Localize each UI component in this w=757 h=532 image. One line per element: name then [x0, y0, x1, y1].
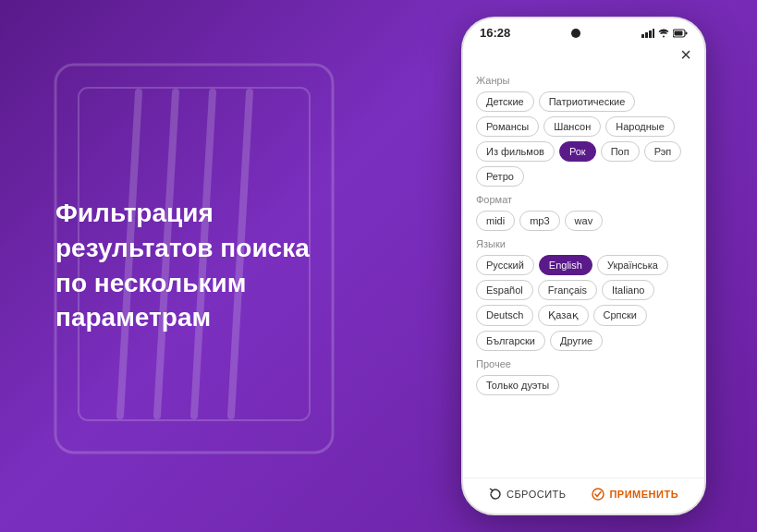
tag-format-2[interactable]: wav	[565, 211, 604, 231]
tag-genres-5[interactable]: Из фильмов	[476, 141, 555, 162]
tag-genres-9[interactable]: Ретро	[476, 166, 524, 187]
section-label-other: Прочее	[476, 358, 691, 369]
tag-languages-4[interactable]: Français	[538, 280, 597, 300]
tag-genres-3[interactable]: Шансон	[543, 116, 601, 137]
tag-languages-3[interactable]: Español	[476, 280, 533, 300]
apply-button[interactable]: ПРИМЕНИТЬ	[592, 488, 678, 501]
svg-rect-12	[686, 31, 688, 34]
wifi-icon	[658, 29, 669, 38]
phone-mockup: 16:28	[461, 17, 706, 515]
svg-rect-13	[675, 30, 683, 35]
section-label-format: Формат	[476, 194, 691, 205]
hero-line4: параметрам	[55, 304, 211, 332]
tag-languages-10[interactable]: Другие	[550, 331, 603, 351]
tag-languages-9[interactable]: Български	[476, 331, 545, 351]
tag-other-0[interactable]: Только дуэты	[476, 375, 559, 395]
apply-label: ПРИМЕНИТЬ	[609, 489, 678, 500]
tag-languages-0[interactable]: Русский	[476, 255, 534, 275]
tag-languages-1[interactable]: English	[539, 255, 592, 275]
svg-point-14	[592, 489, 604, 500]
phone-bottom-bar: СБРОСИТЬ ПРИМЕНИТЬ	[463, 478, 704, 514]
close-row: ×	[463, 43, 704, 67]
tags-row-languages: РусскийEnglishУкраїнськаEspañolFrançaisI…	[476, 255, 691, 351]
tag-format-0[interactable]: midi	[476, 211, 515, 231]
filter-content[interactable]: ЖанрыДетскиеПатриотическиеРомансыШансонН…	[463, 67, 704, 478]
hero-line1: Фильтрация	[55, 199, 214, 227]
tag-genres-2[interactable]: Романсы	[476, 116, 539, 137]
tag-genres-4[interactable]: Народные	[605, 116, 675, 137]
close-button[interactable]: ×	[680, 45, 691, 64]
battery-icon	[673, 29, 688, 38]
tag-languages-2[interactable]: Українська	[597, 255, 668, 275]
status-bar: 16:28	[463, 18, 704, 43]
svg-rect-9	[653, 29, 654, 38]
svg-rect-6	[641, 34, 644, 38]
hero-line3: по нескольким	[55, 269, 246, 297]
tags-row-format: midimp3wav	[476, 211, 691, 231]
hero-text: Фильтрация результатов поиска по несколь…	[55, 196, 351, 335]
reset-icon	[489, 488, 502, 501]
svg-point-10	[663, 35, 665, 37]
tag-genres-7[interactable]: Поп	[601, 141, 640, 162]
tag-genres-1[interactable]: Патриотические	[539, 91, 636, 112]
tag-genres-8[interactable]: Рэп	[644, 141, 682, 162]
section-label-languages: Языки	[476, 238, 691, 249]
tags-row-genres: ДетскиеПатриотическиеРомансыШансонНародн…	[476, 91, 691, 187]
tag-languages-7[interactable]: Қазақ	[538, 305, 588, 326]
tag-languages-5[interactable]: Italiano	[602, 280, 654, 300]
svg-rect-8	[649, 30, 652, 38]
reset-label: СБРОСИТЬ	[507, 489, 567, 500]
tag-languages-6[interactable]: Deutsch	[476, 305, 533, 326]
hero-line2: результатов поиска	[55, 234, 310, 262]
tag-languages-8[interactable]: Српски	[593, 305, 647, 326]
status-icons	[641, 29, 688, 38]
camera-notch	[571, 29, 580, 38]
status-time: 16:28	[480, 26, 510, 40]
apply-icon	[592, 488, 604, 501]
tag-genres-0[interactable]: Детские	[476, 91, 534, 112]
svg-rect-7	[645, 32, 648, 38]
phone-screen: 16:28	[461, 17, 706, 515]
signal-icon	[641, 29, 654, 38]
tags-row-other: Только дуэты	[476, 375, 691, 395]
tag-genres-6[interactable]: Рок	[559, 141, 596, 162]
reset-button[interactable]: СБРОСИТЬ	[489, 488, 567, 501]
section-label-genres: Жанры	[476, 75, 691, 86]
tag-format-1[interactable]: mp3	[519, 211, 559, 231]
